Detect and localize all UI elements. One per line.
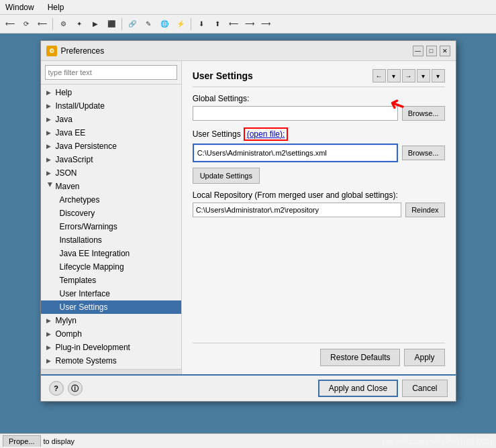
user-browse-button[interactable]: Browse...	[402, 146, 445, 160]
sidebar-item-mylyn-label: Mylyn	[56, 316, 77, 325]
toolbar-btn-2[interactable]: ⟳	[19, 17, 34, 32]
sidebar-item-javaee[interactable]: ▶ Java EE	[41, 126, 181, 139]
nav-dropdown2-button[interactable]: ▾	[417, 69, 430, 82]
reindex-button[interactable]: Reindex	[405, 203, 444, 217]
sidebar-item-plugin[interactable]: ▶ Plug-in Development	[41, 341, 181, 354]
toolbar-btn-4[interactable]: ⚙	[56, 17, 70, 32]
sidebar-scrollbar[interactable]	[41, 369, 181, 374]
sidebar-item-templates-label: Templates	[60, 276, 97, 285]
toolbar-btn-8[interactable]: 🔗	[125, 17, 140, 32]
sidebar-item-install-label: Install/Update	[56, 101, 105, 111]
sidebar-item-javaeeint[interactable]: Java EE Integration	[41, 247, 181, 260]
user-settings-input[interactable]	[195, 146, 396, 160]
search-input[interactable]	[45, 65, 177, 80]
help-button[interactable]: ?	[49, 381, 64, 396]
menu-help[interactable]: Help	[45, 1, 67, 13]
sidebar-item-oomph-label: Oomph	[56, 329, 82, 339]
dialog-body: ▶ Help ▶ Install/Update ▶ Java ▶ Java EE	[41, 61, 456, 374]
toolbar-btn-10[interactable]: 🌐	[157, 17, 172, 32]
local-repo-row: Reindex	[193, 203, 445, 217]
toolbar-btn-14[interactable]: ⟵	[226, 17, 241, 32]
sidebar-item-remote[interactable]: ▶ Remote Systems	[41, 354, 181, 368]
expand-arrow-help: ▶	[46, 89, 54, 96]
sidebar-item-javaeeint-label: Java EE Integration	[60, 249, 130, 258]
sidebar-item-maven-label: Maven	[56, 182, 80, 191]
toolbar-btn-1[interactable]: ⟵	[3, 17, 17, 32]
local-repo-input[interactable]	[193, 203, 402, 217]
sidebar-item-usersettings[interactable]: User Settings	[41, 300, 181, 314]
toolbar-btn-16[interactable]: ⟶	[258, 17, 273, 32]
global-settings-row: ➜ Browse...	[193, 106, 445, 121]
global-settings-input[interactable]	[193, 106, 398, 121]
sidebar-item-errors[interactable]: Errors/Warnings	[41, 220, 181, 233]
nav-forward-button[interactable]: →	[402, 69, 415, 82]
sidebar-item-userinterface[interactable]: User Interface	[41, 287, 181, 300]
sidebar-item-lifecycle[interactable]: Lifecycle Mapping	[41, 260, 181, 274]
sidebar-search-area	[41, 61, 181, 85]
properties-tab[interactable]: Prope...	[3, 435, 41, 447]
sidebar-item-usersettings-label: User Settings	[60, 302, 108, 312]
toolbar-btn-7[interactable]: ⬛	[104, 17, 119, 32]
local-repo-section: Local Repository (From merged user and g…	[193, 190, 445, 217]
expand-arrow-javapersistence: ▶	[46, 143, 54, 150]
sidebar-item-java[interactable]: ▶ Java	[41, 113, 181, 126]
open-file-link[interactable]: (open file):	[244, 127, 289, 141]
apply-close-button[interactable]: Apply and Close	[318, 380, 398, 397]
sidebar-item-javapersistence-label: Java Persistence	[56, 142, 117, 151]
minimize-button[interactable]: —	[413, 46, 424, 56]
sidebar-item-java-label: Java	[56, 115, 72, 124]
apply-button[interactable]: Apply	[404, 349, 444, 366]
expand-arrow-java: ▶	[46, 116, 54, 123]
sidebar-item-help-label: Help	[56, 88, 72, 97]
nav-back-button[interactable]: ←	[373, 69, 386, 82]
menu-window[interactable]: Window	[3, 1, 37, 13]
sidebar-item-discovery-label: Discovery	[60, 209, 95, 218]
toolbar-btn-6[interactable]: ▶	[88, 17, 103, 32]
info-button[interactable]: ⓘ	[68, 381, 83, 396]
sidebar-item-javascript[interactable]: ▶ JavaScript	[41, 153, 181, 166]
sidebar-item-templates[interactable]: Templates	[41, 274, 181, 287]
preferences-dialog: ⚙ Preferences — □ ✕ ▶ Help	[40, 40, 456, 402]
sidebar-item-maven[interactable]: ▶ Maven	[41, 180, 181, 193]
sidebar-item-installations[interactable]: Installations	[41, 233, 181, 247]
update-settings-button[interactable]: Update Settings	[193, 168, 260, 184]
toolbar-btn-15[interactable]: ⟶	[242, 17, 257, 32]
content-header: User Settings ← ▾ → ▾ ▾	[193, 69, 445, 87]
expand-arrow-mylyn: ▶	[46, 317, 54, 324]
user-settings-label-row: User Settings (open file):	[193, 127, 445, 141]
expand-arrow-plugin: ▶	[46, 344, 54, 351]
close-button[interactable]: ✕	[440, 46, 450, 56]
sidebar-item-archetypes[interactable]: Archetypes	[41, 193, 181, 207]
expand-arrow-remote: ▶	[46, 357, 54, 364]
toolbar-btn-12[interactable]: ⬇	[194, 17, 209, 32]
restore-defaults-button[interactable]: Restore Defaults	[320, 349, 400, 366]
sidebar-item-javascript-label: JavaScript	[56, 155, 93, 164]
content-title: User Settings	[193, 70, 253, 81]
toolbar-btn-11[interactable]: ⚡	[173, 17, 188, 32]
sidebar-item-javapersistence[interactable]: ▶ Java Persistence	[41, 139, 181, 153]
toolbar-btn-9[interactable]: ✎	[141, 17, 156, 32]
dialog-title-text: Preferences	[61, 46, 105, 56]
sidebar-item-mylyn[interactable]: ▶ Mylyn	[41, 314, 181, 327]
watermark: http://blog.csdn.net/Limo1160139211	[383, 438, 493, 445]
maximize-button[interactable]: □	[426, 46, 437, 56]
sidebar-item-help[interactable]: ▶ Help	[41, 86, 181, 99]
nav-dropdown-button[interactable]: ▾	[387, 69, 401, 82]
sidebar-item-discovery[interactable]: Discovery	[41, 207, 181, 220]
expand-arrow-javaee: ▶	[46, 129, 54, 136]
sidebar: ▶ Help ▶ Install/Update ▶ Java ▶ Java EE	[41, 61, 182, 374]
global-browse-button[interactable]: Browse...	[402, 106, 445, 121]
dialog-bottom-bar: ? ⓘ Apply and Close Cancel	[41, 374, 456, 401]
nav-menu-button[interactable]: ▾	[432, 69, 445, 82]
toolbar-btn-5[interactable]: ✦	[72, 17, 87, 32]
sidebar-item-oomph[interactable]: ▶ Oomph	[41, 327, 181, 341]
toolbar-btn-13[interactable]: ⬆	[210, 17, 225, 32]
expand-arrow-maven: ▶	[47, 182, 54, 190]
sidebar-item-install[interactable]: ▶ Install/Update	[41, 99, 181, 113]
toolbar-btn-3[interactable]: ⟵	[35, 17, 50, 32]
sidebar-item-json[interactable]: ▶ JSON	[41, 166, 181, 180]
properties-text: to display	[44, 437, 75, 445]
local-repo-label: Local Repository (From merged user and g…	[193, 190, 445, 200]
cancel-button[interactable]: Cancel	[402, 380, 447, 397]
sidebar-item-remote-label: Remote Systems	[56, 356, 117, 366]
